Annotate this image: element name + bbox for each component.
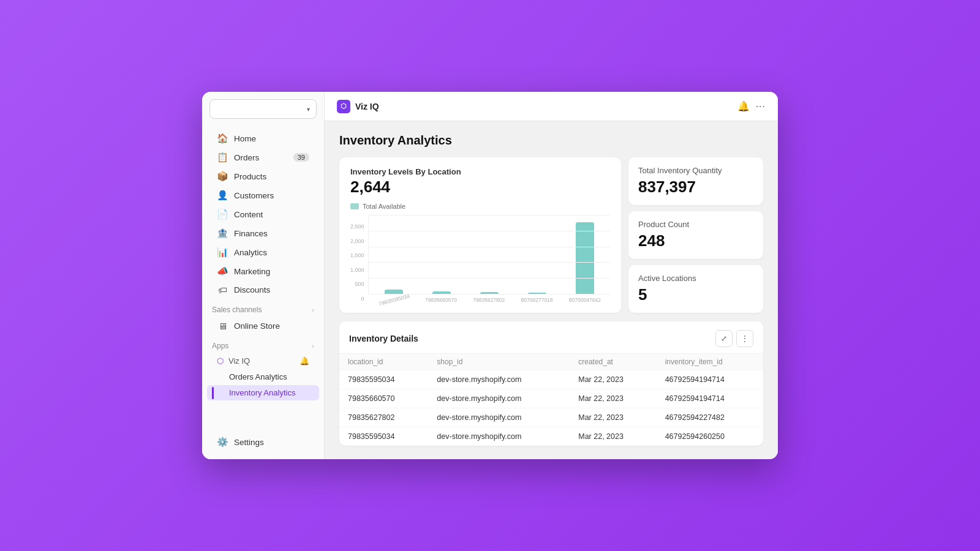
- sidebar-item-settings[interactable]: ⚙️ Settings: [207, 433, 319, 451]
- inventory-table: location_id shop_id created_at inventory…: [339, 353, 763, 446]
- table-cell-0-3: 46792594194714: [657, 370, 763, 389]
- main-content: ⬡ Viz IQ 🔔 ··· Inventory Analytics Inven…: [325, 92, 778, 459]
- sidebar-item-products[interactable]: 📦 Products: [207, 167, 319, 186]
- bar-2: [432, 291, 451, 294]
- sales-channels-chevron: ›: [312, 306, 314, 313]
- page-content: Inventory Analytics Inventory Levels By …: [325, 121, 778, 459]
- table-cell-2-2: Mar 22, 2023: [570, 408, 656, 427]
- active-locations-value: 5: [638, 285, 753, 304]
- sidebar-item-home[interactable]: 🏠 Home: [207, 129, 319, 148]
- topbar-actions: 🔔 ···: [737, 100, 766, 112]
- table-cell-0-1: dev-store.myshopify.com: [428, 370, 570, 389]
- sidebar-label-content: Content: [234, 210, 263, 219]
- sidebar-item-online-store[interactable]: 🖥 Online Store: [207, 317, 319, 335]
- store-selector[interactable]: ▾: [209, 99, 317, 119]
- yaxis-label-0: 0: [361, 296, 364, 302]
- topbar-title: Viz IQ: [355, 102, 379, 111]
- gridline-1: [369, 231, 610, 231]
- total-inventory-card: Total Inventory Quantity 837,397: [628, 157, 763, 205]
- col-inventory-item-id: inventory_item_id: [657, 354, 763, 370]
- table-title: Inventory Details: [349, 334, 418, 343]
- yaxis-label-500: 500: [355, 281, 364, 287]
- apps-chevron: ›: [312, 342, 314, 350]
- sidebar-label-inventory-analytics: Inventory Analytics: [229, 388, 295, 397]
- yaxis-label-1500: 1,500: [350, 252, 364, 258]
- sales-channels-header: Sales channels ›: [202, 299, 324, 317]
- sidebar-item-orders-analytics[interactable]: Orders Analytics: [207, 369, 319, 384]
- product-count-title: Product Count: [638, 220, 753, 229]
- table-cell-0-2: Mar 22, 2023: [570, 370, 656, 389]
- sidebar-label-marketing: Marketing: [234, 267, 270, 276]
- notification-bell-icon[interactable]: 🔔: [737, 100, 750, 112]
- xaxis-label-4: 80700277018: [515, 297, 558, 303]
- sidebar-item-finances[interactable]: 🏦 Finances: [207, 224, 319, 242]
- yaxis-label-2500: 2,500: [350, 223, 364, 230]
- page-title: Inventory Analytics: [339, 133, 763, 148]
- table-header-row: location_id shop_id created_at inventory…: [339, 354, 763, 370]
- gridline-4: [369, 278, 610, 279]
- table-cell-3-2: Mar 22, 2023: [570, 427, 656, 446]
- xaxis-label-3: 79835627802: [467, 297, 510, 303]
- xaxis-label-2: 79835660570: [420, 297, 462, 303]
- bar-group-3: [468, 292, 511, 294]
- table-row: 79835595034dev-store.myshopify.comMar 22…: [339, 427, 763, 446]
- sidebar-label-finances: Finances: [234, 229, 268, 238]
- sidebar-item-content[interactable]: 📄 Content: [207, 205, 319, 223]
- active-locations-card: Active Locations 5: [628, 265, 763, 313]
- table-cell-3-3: 46792594260250: [657, 427, 763, 446]
- expand-table-button[interactable]: ⤢: [715, 330, 733, 347]
- table-cell-1-3: 46792594194714: [657, 389, 763, 408]
- table-row: 79835595034dev-store.myshopify.comMar 22…: [339, 370, 763, 389]
- sidebar-item-marketing[interactable]: 📣 Marketing: [207, 262, 319, 280]
- inventory-details-card: Inventory Details ⤢ ⋮ location_id shop_i…: [339, 321, 763, 446]
- xaxis-label-5: 80700047642: [564, 297, 606, 303]
- discounts-icon: 🏷: [217, 285, 228, 295]
- bar-group-5: [564, 222, 606, 294]
- sidebar-label-home: Home: [234, 134, 256, 143]
- sidebar-label-discounts: Discounts: [234, 285, 270, 294]
- sidebar-item-inventory-analytics[interactable]: Inventory Analytics: [207, 385, 319, 400]
- content-icon: 📄: [217, 209, 228, 220]
- gridline-top: [369, 215, 610, 216]
- gridline-3: [369, 262, 610, 263]
- total-inventory-value: 837,397: [638, 178, 753, 197]
- sidebar-label-online-store: Online Store: [234, 321, 280, 331]
- product-count-value: 248: [638, 231, 753, 250]
- sidebar-item-orders[interactable]: 📋 Orders 39: [207, 148, 319, 167]
- sidebar-item-analytics[interactable]: 📊 Analytics: [207, 243, 319, 261]
- chart-total-value: 2,644: [350, 178, 610, 197]
- bar-1: [385, 290, 403, 294]
- bar-group-2: [420, 291, 463, 294]
- table-row: 79835660570dev-store.myshopify.comMar 22…: [339, 389, 763, 408]
- legend-label: Total Available: [363, 203, 405, 210]
- table-cell-2-3: 46792594227482: [657, 408, 763, 427]
- viz-iq-icon: ⬡: [217, 356, 224, 365]
- table-options-button[interactable]: ⋮: [736, 330, 753, 347]
- table-card-header: Inventory Details ⤢ ⋮: [339, 321, 763, 353]
- col-shop-id: shop_id: [428, 354, 570, 370]
- table-cell-2-1: dev-store.myshopify.com: [428, 408, 570, 427]
- sidebar-item-discounts[interactable]: 🏷 Discounts: [207, 281, 319, 299]
- sidebar-label-products: Products: [234, 172, 266, 181]
- chart-card: Inventory Levels By Location 2,644 Total…: [339, 157, 621, 313]
- viz-iq-app-row: ⬡ Viz IQ 🔔: [207, 353, 319, 369]
- table-cell-3-0: 79835595034: [339, 427, 428, 446]
- col-location-id: location_id: [339, 354, 428, 370]
- app-bell-icon[interactable]: 🔔: [300, 356, 309, 365]
- legend-color-dot: [350, 203, 359, 209]
- sidebar: ▾ 🏠 Home 📋 Orders 39 📦 Products 👤 Custom…: [202, 92, 325, 459]
- orders-badge: 39: [293, 153, 309, 162]
- sidebar-label-orders-analytics: Orders Analytics: [229, 372, 287, 381]
- table-row: 79835627802dev-store.myshopify.comMar 22…: [339, 408, 763, 427]
- more-actions-icon[interactable]: ···: [756, 101, 766, 112]
- gridline-2: [369, 247, 610, 247]
- analytics-icon: 📊: [217, 247, 228, 258]
- sidebar-label-analytics: Analytics: [234, 248, 267, 257]
- apps-label: Apps: [212, 342, 228, 350]
- sidebar-item-customers[interactable]: 👤 Customers: [207, 186, 319, 204]
- table-actions: ⤢ ⋮: [715, 330, 753, 347]
- customers-icon: 👤: [217, 190, 228, 201]
- table-cell-0-0: 79835595034: [339, 370, 428, 389]
- stats-column: Total Inventory Quantity 837,397 Product…: [628, 157, 763, 313]
- bar-group-4: [516, 293, 559, 294]
